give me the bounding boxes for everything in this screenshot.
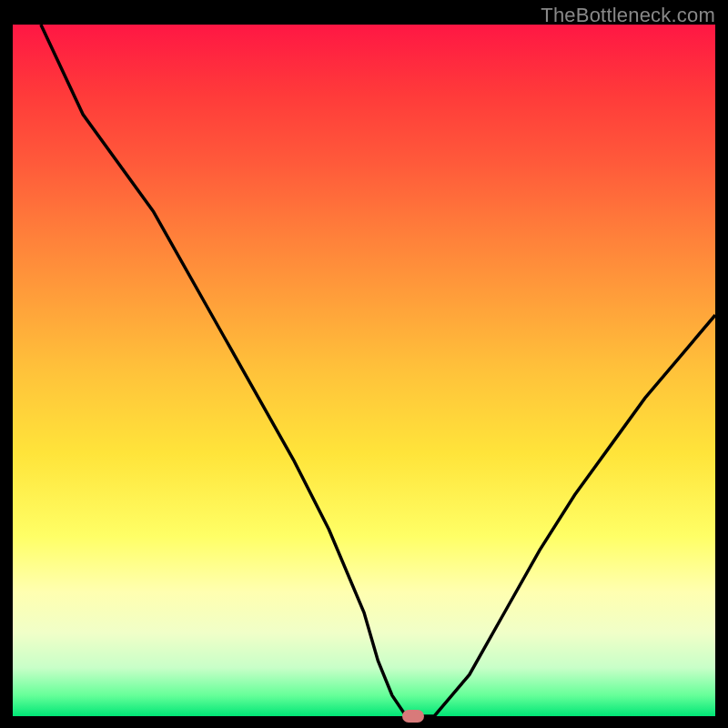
optimal-point-marker [402,710,424,723]
bottleneck-curve [13,25,715,716]
chart-plot-area [13,25,715,716]
curve-line [41,25,715,716]
